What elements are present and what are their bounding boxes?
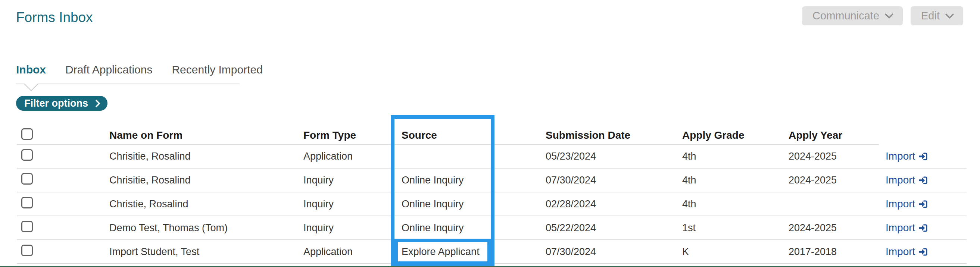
row-checkbox-cell [17, 173, 109, 187]
active-tab-notch [24, 77, 38, 91]
row-checkbox-cell [17, 245, 109, 259]
cell-form-type: Inquiry [304, 222, 402, 234]
cell-source: Online Inquiry [402, 222, 546, 234]
forms-inbox-screen: Forms Inbox Communicate Edit Inbox Draft… [0, 0, 980, 267]
header-submission-date: Submission Date [546, 129, 682, 141]
header-checkbox-cell [17, 128, 109, 143]
cell-name-on-form: Chrisitie, Rosalind [109, 175, 304, 186]
tab-recently-imported[interactable]: Recently Imported [172, 64, 262, 76]
communicate-button-label: Communicate [813, 10, 879, 22]
import-link-label: Import [886, 222, 915, 234]
cell-apply-grade: 4th [682, 151, 789, 162]
table-row: Chrisitie, Rosalind Application 05/23/20… [17, 145, 967, 168]
cell-import: Import [886, 174, 967, 186]
row-checkbox[interactable] [21, 197, 33, 208]
header-form-type: Form Type [304, 129, 402, 141]
communicate-button[interactable]: Communicate [802, 6, 903, 25]
header-apply-year: Apply Year [789, 129, 886, 141]
cell-form-type: Inquiry [304, 175, 402, 186]
cell-submission-date: 05/23/2024 [546, 151, 682, 162]
tab-bar: Inbox Draft Applications Recently Import… [16, 64, 263, 76]
cell-import: Import [886, 246, 967, 257]
table-row: Chrisitie, Rosalind Inquiry Online Inqui… [17, 168, 967, 192]
cell-submission-date: 02/28/2024 [546, 199, 682, 210]
table-header-row: Name on Form Form Type Source Submission… [17, 126, 967, 145]
cell-form-type: Application [304, 246, 402, 257]
import-sign-in-icon [918, 199, 928, 209]
cell-source: Explore Applicant [402, 246, 546, 257]
cell-apply-grade: K [682, 246, 789, 257]
top-action-buttons: Communicate Edit [802, 6, 963, 25]
import-link-label: Import [886, 246, 915, 257]
row-checkbox[interactable] [21, 221, 33, 232]
cell-form-type: Application [304, 151, 402, 162]
import-link[interactable]: Import [886, 198, 967, 210]
cell-name-on-form: Demo Test, Thomas (Tom) [109, 222, 304, 234]
table-row: Christie, Rosalind Inquiry Online Inquir… [17, 192, 967, 216]
cell-apply-grade: 4th [682, 175, 789, 186]
row-checkbox-cell [17, 221, 109, 235]
page-title: Forms Inbox [16, 10, 93, 25]
cell-submission-date: 05/22/2024 [546, 222, 682, 234]
edit-button-label: Edit [921, 10, 940, 22]
import-link-label: Import [886, 198, 915, 210]
cell-import: Import [886, 222, 967, 234]
row-checkbox[interactable] [21, 245, 33, 256]
cell-name-on-form: Import Student, Test [109, 246, 304, 257]
header-source: Source [402, 129, 546, 141]
tab-draft-applications[interactable]: Draft Applications [65, 64, 152, 76]
import-link-label: Import [886, 150, 915, 162]
import-link[interactable]: Import [886, 246, 967, 257]
cell-source: Online Inquiry [402, 199, 546, 210]
row-checkbox-cell [17, 149, 109, 163]
table-row: Import Student, Test Application Explore… [17, 240, 967, 264]
row-checkbox-cell [17, 197, 109, 211]
cell-name-on-form: Christie, Rosalind [109, 199, 304, 210]
filter-options-label: Filter options [24, 98, 88, 109]
chevron-down-icon [945, 10, 954, 19]
filter-options-button[interactable]: Filter options [16, 96, 108, 111]
import-link-label: Import [886, 174, 915, 186]
chevron-down-icon [885, 10, 893, 19]
import-link[interactable]: Import [886, 174, 967, 186]
import-link[interactable]: Import [886, 150, 967, 162]
chevron-right-icon [92, 99, 100, 107]
cell-apply-year: 2024-2025 [789, 222, 886, 234]
cell-source: Online Inquiry [402, 175, 546, 186]
forms-table: Name on Form Form Type Source Submission… [17, 126, 967, 264]
table-row: Demo Test, Thomas (Tom) Inquiry Online I… [17, 216, 967, 240]
row-checkbox[interactable] [21, 149, 33, 161]
tab-inbox[interactable]: Inbox [16, 64, 46, 76]
cell-form-type: Inquiry [304, 199, 402, 210]
header-name-on-form: Name on Form [109, 129, 304, 141]
select-all-checkbox[interactable] [21, 128, 33, 140]
cell-apply-year: 2024-2025 [789, 151, 886, 162]
header-apply-grade: Apply Grade [682, 129, 789, 141]
cell-apply-year: 2024-2025 [789, 175, 886, 186]
row-checkbox[interactable] [21, 173, 33, 184]
cell-apply-year: 2017-2018 [789, 246, 886, 257]
cell-submission-date: 07/30/2024 [546, 175, 682, 186]
import-sign-in-icon [918, 223, 928, 233]
cell-import: Import [886, 198, 967, 210]
tab-underline [16, 84, 240, 84]
cell-submission-date: 07/30/2024 [546, 246, 682, 257]
table-body: Chrisitie, Rosalind Application 05/23/20… [17, 145, 967, 264]
import-sign-in-icon [918, 247, 928, 257]
cell-name-on-form: Chrisitie, Rosalind [109, 151, 304, 162]
import-sign-in-icon [918, 175, 928, 185]
import-link[interactable]: Import [886, 222, 967, 234]
import-sign-in-icon [918, 151, 928, 162]
cell-apply-grade: 1st [682, 222, 789, 234]
cell-import: Import [886, 150, 967, 162]
edit-button[interactable]: Edit [911, 6, 963, 25]
cell-apply-grade: 4th [682, 199, 789, 210]
